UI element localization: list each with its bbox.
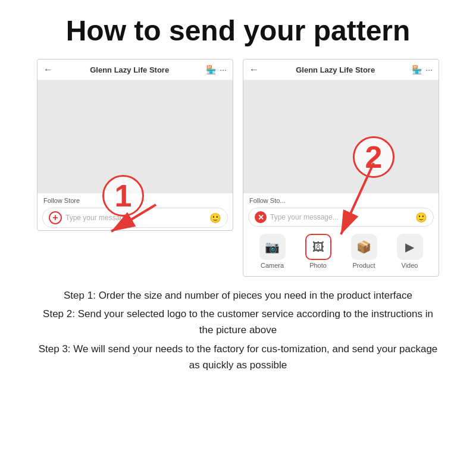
right-follow-bar: Follow Sto... bbox=[243, 193, 439, 205]
step-1-number: 1 bbox=[102, 175, 144, 217]
photo-label: Photo bbox=[309, 262, 327, 269]
step-3-text: Step 3: We will send your needs to the f… bbox=[36, 341, 440, 373]
left-store-icon: 🏪 bbox=[206, 65, 216, 74]
step-2-text: Step 2: Send your selected logo to the c… bbox=[36, 306, 440, 338]
product-icon-box[interactable]: 📦 bbox=[351, 234, 377, 260]
right-phone-mockup: ← Glenn Lazy Life Store 🏪 ··· Follow Sto… bbox=[243, 59, 439, 277]
video-icon-box[interactable]: ▶ bbox=[397, 234, 423, 260]
step-1-text: Step 1: Order the size and number of pie… bbox=[36, 287, 440, 303]
left-more-icon[interactable]: ··· bbox=[220, 65, 227, 74]
left-plus-button[interactable]: + bbox=[49, 211, 62, 224]
left-header-icons: 🏪 ··· bbox=[206, 65, 227, 74]
step-2-number: 2 bbox=[353, 136, 394, 178]
left-message-input[interactable]: Type your message... bbox=[65, 214, 206, 222]
video-label: Video bbox=[402, 262, 418, 269]
left-emoji-icon[interactable]: 🙂 bbox=[209, 212, 221, 224]
video-action[interactable]: ▶ Video bbox=[397, 234, 423, 269]
right-mockup-wrapper: ← Glenn Lazy Life Store 🏪 ··· Follow Sto… bbox=[243, 59, 439, 277]
left-store-name: Glenn Lazy Life Store bbox=[58, 65, 201, 74]
left-image-area bbox=[37, 80, 233, 193]
camera-icon-box[interactable]: 📷 bbox=[259, 234, 286, 260]
right-message-input[interactable]: Type your message... bbox=[270, 213, 412, 221]
screenshots-row: ← Glenn Lazy Life Store 🏪 ··· Follow Sto… bbox=[0, 59, 476, 277]
photo-icon-box[interactable]: 🖼 bbox=[305, 234, 331, 260]
camera-label: Camera bbox=[261, 262, 284, 269]
product-action[interactable]: 📦 Product bbox=[351, 234, 377, 269]
right-phone-header: ← Glenn Lazy Life Store 🏪 ··· bbox=[243, 60, 439, 80]
right-more-icon[interactable]: ··· bbox=[425, 65, 433, 74]
right-emoji-icon[interactable]: 🙂 bbox=[415, 212, 427, 223]
action-icons-row: 📷 Camera 🖼 Photo 📦 Product ▶ Video bbox=[243, 229, 439, 276]
right-store-icon: 🏪 bbox=[412, 65, 422, 74]
right-message-bar[interactable]: ✕ Type your message... 🙂 bbox=[248, 208, 434, 227]
steps-section: Step 1: Order the size and number of pie… bbox=[0, 277, 476, 381]
right-image-area bbox=[243, 80, 439, 193]
product-label: Product bbox=[353, 262, 375, 269]
left-mockup-wrapper: ← Glenn Lazy Life Store 🏪 ··· Follow Sto… bbox=[37, 59, 233, 277]
right-store-name: Glenn Lazy Life Store bbox=[264, 65, 407, 74]
right-close-button[interactable]: ✕ bbox=[255, 211, 267, 223]
left-phone-header: ← Glenn Lazy Life Store 🏪 ··· bbox=[37, 60, 233, 80]
photo-action[interactable]: 🖼 Photo bbox=[305, 234, 331, 269]
left-back-arrow[interactable]: ← bbox=[43, 64, 53, 75]
page-title: How to send your pattern bbox=[0, 0, 476, 59]
right-header-icons: 🏪 ··· bbox=[412, 65, 433, 74]
camera-action[interactable]: 📷 Camera bbox=[259, 234, 286, 269]
right-back-arrow[interactable]: ← bbox=[249, 64, 259, 75]
